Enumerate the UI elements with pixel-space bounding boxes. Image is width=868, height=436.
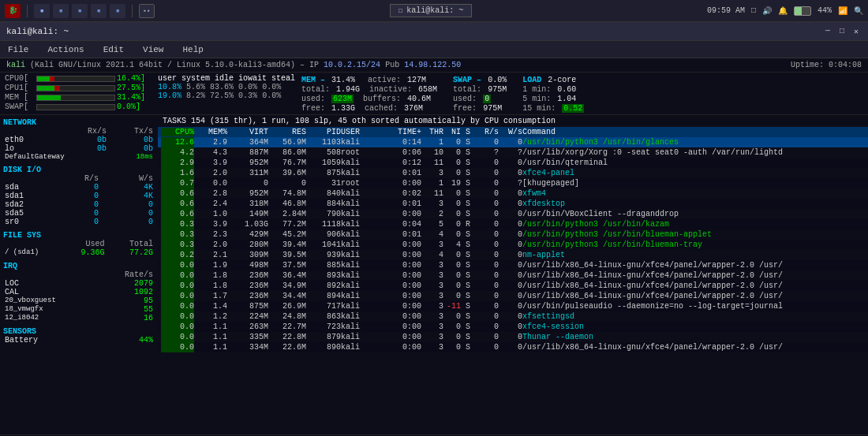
net-eth0-row: eth0 0b 0b (3, 136, 155, 144)
sysinfo-bar: kali (Kali GNU/Linux 2021.1 64bit / Linu… (0, 58, 868, 73)
proc-ni: 0 (443, 332, 461, 342)
proc-user: kali (341, 229, 380, 240)
mem-bar (36, 95, 115, 101)
proc-ni: 19 (443, 178, 461, 188)
proc-thr: 3 (421, 240, 443, 250)
proc-cpu: 0.0 (161, 342, 194, 352)
taskbar-icons: 🐉 ■ ■ ■ ■ ■ ▪▪ (5, 4, 155, 18)
proc-cpu: 0.0 (161, 291, 194, 301)
menu-edit[interactable]: Edit (100, 43, 127, 56)
load-15m-val: 0.52 (562, 104, 584, 113)
table-row[interactable]: 0.3 2.0 280M 39.4M 1041 kali 0:00 3 4 S … (158, 240, 868, 250)
irq-name-header (5, 270, 84, 279)
table-row[interactable]: 0.0 1.8 236M 36.4M 893 kali 0:00 3 0 S 0… (158, 270, 868, 281)
proc-res: 45.2M (268, 229, 306, 240)
table-row[interactable]: 12.6 2.9 364M 56.9M 1103 kali 0:14 1 0 S… (158, 137, 868, 147)
cpu0-bar (36, 76, 115, 82)
maximize-button[interactable]: □ (836, 26, 847, 37)
table-row[interactable]: 4.2 4.3 887M 86.0M 508 root 0:06 10 0 S … (158, 147, 868, 158)
table-row[interactable]: 0.7 0.0 0 0 31 root 0:00 1 19 S 0 ? [khu… (158, 178, 868, 188)
table-row[interactable]: 0.6 2.8 952M 74.8M 840 kali 0:02 11 0 S … (158, 188, 868, 199)
proc-cmd: /usr/lib/xorg/Xorg :0 -seat seat0 -auth … (522, 147, 865, 158)
menu-view[interactable]: View (140, 43, 166, 56)
proc-ni: 0 (443, 199, 461, 209)
table-row[interactable]: 0.0 1.1 334M 22.6M 890 kali 0:00 3 0 S 0… (158, 342, 868, 352)
proc-time: 0:06 (380, 147, 421, 158)
window-title: kali@kali: ~ (6, 27, 69, 36)
proc-user: root (341, 178, 380, 188)
table-row[interactable]: 0.0 1.7 236M 34.4M 894 kali 0:00 3 0 S 0… (158, 291, 868, 301)
sensor-battery-val: 44% (122, 336, 153, 345)
proc-s: S (461, 270, 470, 281)
close-button[interactable]: ✕ (851, 26, 862, 37)
proc-pid: 892 (306, 281, 341, 291)
proc-time: 0:00 (380, 281, 421, 291)
taskbar-window-button[interactable]: ☐ kali@kali: ~ (390, 4, 472, 17)
mem-used-val: 623M (331, 95, 354, 103)
taskbar-btn-1[interactable]: ■ (34, 4, 50, 18)
proc-user: kali (341, 332, 380, 342)
cpu0-label: CPU0[ (5, 74, 35, 83)
right-meters: MEM – 31.4% active: 127M total: 1.94G in… (301, 74, 863, 113)
proc-header-row: CPU% MEM% VIRT RES PID USER TIME+ THR NI… (158, 127, 868, 137)
table-row[interactable]: 0.0 1.4 875M 26.9M 717 kali 0:00 3 -11 S… (158, 301, 868, 311)
net-eth0-tx: 0b (122, 136, 153, 144)
table-row[interactable]: 0.0 1.8 236M 34.9M 892 kali 0:00 3 0 S 0… (158, 281, 868, 291)
proc-virt: 224M (227, 311, 268, 322)
proc-cpu: 0.0 (161, 322, 194, 332)
table-row[interactable]: 0.2 2.1 309M 39.5M 939 kali 0:00 4 0 S 0… (158, 250, 868, 260)
swap-bar (36, 104, 115, 110)
proc-virt: 0 (227, 178, 268, 188)
taskbar-btn-4[interactable]: ■ (91, 4, 107, 18)
load-5m-label: 5 min: (522, 95, 551, 103)
table-row[interactable]: 0.0 1.1 335M 22.8M 879 kali 0:00 3 0 S 0… (158, 332, 868, 342)
table-row[interactable]: 0.0 1.9 498M 37.5M 885 kali 0:00 3 0 S 0… (158, 260, 868, 270)
table-row[interactable]: 0.3 3.9 1.03G 77.2M 1118 kali 0:04 5 0 R… (158, 219, 868, 229)
table-row[interactable]: 0.0 1.2 224M 24.8M 863 kali 0:00 3 0 S 0… (158, 311, 868, 322)
disk-sda2-r: 0 (67, 200, 99, 209)
proc-thr: 3 (421, 260, 443, 270)
proc-time: 0:00 (380, 301, 421, 311)
hostname: kali (6, 61, 25, 69)
terminal-taskbar-btn[interactable]: ▪▪ (139, 4, 155, 18)
table-row[interactable]: 2.9 3.9 952M 76.7M 1059 kali 0:12 11 0 S… (158, 158, 868, 168)
taskbar-btn-2[interactable]: ■ (53, 4, 69, 18)
proc-user: kali (341, 260, 380, 270)
proc-ni: 0 (443, 219, 461, 229)
proc-mem: 1.1 (194, 332, 227, 342)
proc-cmd: /usr/lib/x86_64-linux-gnu/xfce4/panel/wr… (522, 270, 865, 281)
net-lo-name: lo (5, 144, 60, 153)
minimize-button[interactable]: ─ (822, 26, 833, 37)
table-row[interactable]: 0.0 1.1 263M 22.7M 723 kali 0:00 3 0 S 0… (158, 322, 868, 332)
proc-cpu: 0.3 (161, 219, 194, 229)
proc-rs: 0 (470, 270, 499, 281)
proc-ni: 0 (443, 209, 461, 219)
table-row[interactable]: 0.6 1.0 149M 2.84M 790 kali 0:00 2 0 S 0… (158, 209, 868, 219)
tasks-count: TASKS 154 (315 thr), 1 run, 108 slp, 45 … (163, 117, 556, 125)
menu-file[interactable]: File (5, 43, 32, 56)
mem-meter: MEM [ 31.4%] (5, 93, 145, 102)
table-row[interactable]: 0.6 2.4 318M 46.8M 884 kali 0:01 3 0 S 0… (158, 199, 868, 209)
proc-s: S (461, 188, 470, 199)
menu-actions[interactable]: Actions (44, 43, 87, 56)
taskbar-btn-5[interactable]: ■ (110, 4, 125, 18)
proc-cpu: 0.3 (161, 240, 194, 250)
taskbar-btn-3[interactable]: ■ (72, 4, 88, 18)
menu-help[interactable]: Help (179, 43, 206, 56)
proc-ni: 0 (443, 260, 461, 270)
taskbar-app-icon[interactable]: 🐉 (5, 4, 21, 18)
mem-used-row: used: 623M buffers: 40.6M (301, 95, 437, 103)
proc-s: S (461, 332, 470, 342)
cpu-mem-bars: CPU0[ 16.4%] CPU1[ 27.5%] MEM [ (5, 74, 145, 113)
proc-ws: ? (499, 178, 522, 188)
proc-cpu: 0.0 (161, 281, 194, 291)
table-row[interactable]: 1.6 2.0 311M 39.6M 875 kali 0:01 3 0 S 0… (158, 168, 868, 178)
proc-thr: 11 (421, 188, 443, 199)
proc-cmd: /usr/lib/x86_64-linux-gnu/xfce4/panel/wr… (522, 281, 865, 291)
table-row[interactable]: 0.3 2.3 429M 45.2M 906 kali 0:01 4 0 S 0… (158, 229, 868, 240)
proc-virt: 429M (227, 229, 268, 240)
sensors-title: SENSORS (3, 327, 155, 336)
proc-mem: 1.0 (194, 209, 227, 219)
mem-free-row: free: 1.33G cached: 376M (301, 104, 437, 113)
mem-total-label: total: (301, 85, 330, 94)
